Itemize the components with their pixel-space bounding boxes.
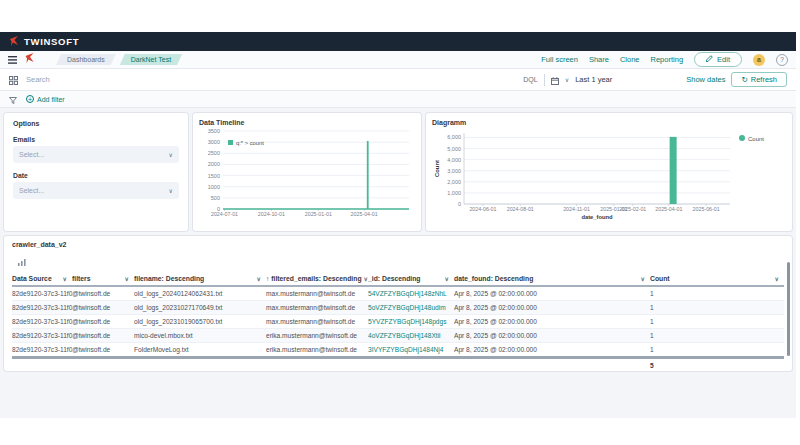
table-cell: @twinsoft.de: [72, 315, 134, 329]
column-header[interactable]: ↑filtered_emails: Descending∨: [266, 272, 368, 286]
column-header[interactable]: _id: Descending∨: [368, 272, 454, 286]
page: TWINSOFT DashboardsDarkNet Test Full scr…: [0, 0, 800, 445]
refresh-button[interactable]: ↻ Refresh: [731, 72, 787, 87]
data-timeline-title: Data Timeline: [199, 119, 415, 126]
table-cell: 1: [650, 315, 784, 329]
breadcrumb-item[interactable]: Dashboards: [56, 54, 116, 65]
crawler-data-table: Data Source∨filters∨filename: Descending…: [12, 272, 784, 371]
add-filter-label: Add filter: [37, 96, 65, 103]
svg-text:2024-08-01: 2024-08-01: [507, 206, 534, 212]
table-cell: [72, 358, 134, 372]
options-panel: Options EmailsSelect...∨DateSelect...∨: [4, 113, 188, 231]
brand-header: TWINSOFT: [0, 32, 796, 51]
nav-action-share[interactable]: Share: [589, 55, 609, 64]
panels-row: Options EmailsSelect...∨DateSelect...∨ D…: [4, 113, 792, 231]
chevron-down-icon: ∨: [565, 76, 569, 83]
table-cell: erika.mustermann@twinsoft.de: [266, 343, 368, 358]
svg-text:2025-04-01: 2025-04-01: [351, 211, 378, 217]
column-header[interactable]: Count∨: [650, 272, 784, 286]
column-header[interactable]: filters∨: [72, 272, 134, 286]
chevron-down-icon: ∨: [169, 187, 173, 194]
svg-text:2025-01-01: 2025-01-01: [305, 211, 332, 217]
saved-query-icon[interactable]: [9, 71, 18, 89]
dashboard-app: TWINSOFT DashboardsDarkNet Test Full scr…: [0, 32, 796, 418]
chevron-down-icon: ∨: [169, 151, 173, 158]
sort-bars-icon[interactable]: [18, 252, 26, 270]
table-cell: 1: [650, 329, 784, 343]
column-actions-icon[interactable]: ∨: [445, 275, 449, 282]
column-header[interactable]: filename: Descending∨: [134, 272, 266, 286]
breadcrumb-item[interactable]: DarkNet Test: [120, 54, 182, 65]
divider: [544, 74, 545, 86]
data-timeline-panel: Data Timeline 05001000150020002500300035…: [193, 113, 421, 231]
diagramm-panel: Diagramm 01,0002,0003,0004,0005,0006,000…: [426, 113, 792, 231]
svg-text:0: 0: [458, 201, 461, 207]
svg-text:4,000: 4,000: [447, 157, 461, 163]
table-cell: max.mustermann@twinsoft.de: [266, 301, 368, 315]
column-actions-icon[interactable]: ∨: [775, 275, 779, 282]
nav-action-links: Full screenShareCloneReporting: [541, 55, 683, 64]
time-range-label[interactable]: Last 1 year: [575, 75, 612, 84]
column-actions-icon[interactable]: ∨: [257, 275, 261, 282]
svg-text:1500: 1500: [208, 173, 220, 179]
column-actions-icon[interactable]: ∨: [63, 275, 67, 282]
svg-text:date_found: date_found: [581, 214, 613, 220]
table-row: 82de9120-37c3-11f0-a@twinsoft.deold_logs…: [12, 301, 784, 315]
column-header[interactable]: Data Source∨: [12, 272, 72, 286]
diagramm-chart[interactable]: 01,0002,0003,0004,0005,0006,0002024-06-0…: [432, 126, 786, 221]
menu-button[interactable]: [8, 56, 17, 64]
column-actions-icon[interactable]: ∨: [125, 275, 129, 282]
svg-text:q:* > count: q:* > count: [236, 140, 264, 146]
crawler-table-panel: crawler_data_v2 Data Source∨filters∨file…: [4, 236, 792, 371]
total-count: 5: [650, 358, 784, 372]
nav-action-full-screen[interactable]: Full screen: [541, 55, 578, 64]
table-cell: erika.mustermann@twinsoft.de: [266, 329, 368, 343]
svg-text:1,000: 1,000: [447, 190, 461, 196]
select-value: Select...: [19, 187, 44, 194]
calendar-icon[interactable]: [551, 71, 559, 89]
data-timeline-chart[interactable]: 05001000150020002500300035002024-07-0120…: [199, 126, 413, 221]
top-nav: DashboardsDarkNet Test Full screenShareC…: [0, 51, 796, 69]
table-cell: @twinsoft.de: [72, 286, 134, 301]
nav-action-clone[interactable]: Clone: [620, 55, 640, 64]
emails-select[interactable]: Select...∨: [13, 146, 179, 163]
table-cell: [12, 358, 72, 372]
table-cell: 82de9120-37c3-11f0-a: [12, 315, 72, 329]
svg-text:3000: 3000: [208, 139, 220, 145]
table-cell[interactable]: 54VZFZYBGqDHj148zNhL: [368, 286, 454, 301]
app-logo-icon: [24, 53, 35, 66]
column-actions-icon[interactable]: ∨: [641, 275, 645, 282]
add-filter-button[interactable]: + Add filter: [26, 95, 65, 103]
table-cell[interactable]: 5YVZFZYBGqDHj148pdgs: [368, 315, 454, 329]
table-row: 82de9120-37c3-11f0-a@twinsoft.deFolderMo…: [12, 343, 784, 358]
table-cell: @twinsoft.de: [72, 343, 134, 358]
table-cell[interactable]: 5oVZFZYBGqDHj148udim: [368, 301, 454, 315]
date-select[interactable]: Select...∨: [13, 182, 179, 199]
table-cell: @twinsoft.de: [72, 329, 134, 343]
filter-icon[interactable]: [9, 90, 17, 108]
vertical-scrollbar[interactable]: [787, 262, 790, 356]
select-value: Select...: [19, 151, 44, 158]
query-language-button[interactable]: DQL: [523, 76, 537, 83]
table-cell: 1: [650, 301, 784, 315]
table-cell[interactable]: 3IVYFZYBGqDHj1484Nj4: [368, 343, 454, 358]
options-title: Options: [13, 120, 179, 127]
table-cell: 82de9120-37c3-11f0-a: [12, 301, 72, 315]
edit-button[interactable]: Edit: [694, 52, 742, 67]
nav-action-reporting[interactable]: Reporting: [651, 55, 684, 64]
table-cell: max.mustermann@twinsoft.de: [266, 315, 368, 329]
search-input[interactable]: [24, 74, 517, 85]
options-fields: EmailsSelect...∨DateSelect...∨: [13, 136, 179, 199]
sort-asc-icon: ↑: [266, 275, 269, 282]
table-cell: 82de9120-37c3-11f0-a: [12, 286, 72, 301]
help-icon[interactable]: ?: [776, 54, 788, 66]
column-header[interactable]: date_found: Descending∨: [454, 272, 650, 286]
svg-text:2000: 2000: [208, 161, 220, 167]
svg-text:2024-06-01: 2024-06-01: [469, 206, 496, 212]
diagramm-title: Diagramm: [432, 119, 786, 126]
avatar[interactable]: a: [753, 54, 765, 66]
show-dates-button[interactable]: Show dates: [686, 75, 725, 84]
svg-text:2024-07-01: 2024-07-01: [211, 211, 238, 217]
table-cell[interactable]: 4oVZFZYBGqDHj148Xtii: [368, 329, 454, 343]
svg-text:5,000: 5,000: [447, 146, 461, 152]
